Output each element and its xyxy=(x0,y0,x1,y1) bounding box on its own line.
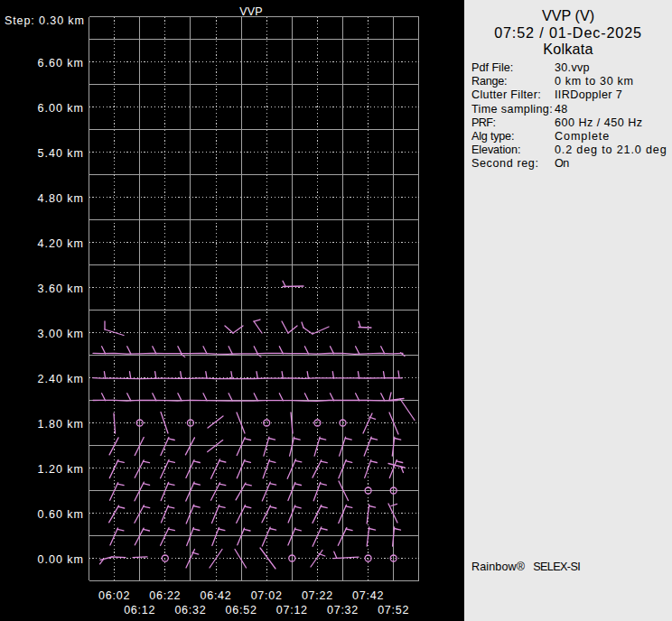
svg-text:06:02: 06:02 xyxy=(98,589,130,602)
svg-text:4.80 km: 4.80 km xyxy=(38,192,84,205)
svg-text:6.00 km: 6.00 km xyxy=(38,102,84,115)
svg-text:06:12: 06:12 xyxy=(124,604,155,616)
svg-text:3.00 km: 3.00 km xyxy=(38,328,84,340)
svg-text:06:32: 06:32 xyxy=(174,604,206,616)
svg-text:1.80 km: 1.80 km xyxy=(38,418,84,431)
svg-text:0.00 km: 0.00 km xyxy=(38,553,84,566)
svg-text:06:52: 06:52 xyxy=(226,604,257,616)
svg-text:VVP: VVP xyxy=(239,5,262,18)
svg-text:07:22: 07:22 xyxy=(302,589,333,602)
svg-text:07:02: 07:02 xyxy=(251,589,283,602)
svg-text:3.60 km: 3.60 km xyxy=(38,283,84,295)
svg-text:2.40 km: 2.40 km xyxy=(38,373,84,385)
svg-text:07:12: 07:12 xyxy=(276,604,308,616)
svg-text:06:42: 06:42 xyxy=(200,589,231,602)
svg-text:4.20 km: 4.20 km xyxy=(38,237,84,250)
svg-text:07:32: 07:32 xyxy=(327,604,359,616)
svg-text:0.60 km: 0.60 km xyxy=(38,508,84,521)
svg-text:1.20 km: 1.20 km xyxy=(38,463,84,476)
svg-text:06:22: 06:22 xyxy=(149,589,181,602)
svg-text:07:42: 07:42 xyxy=(352,589,384,602)
svg-text:Step: 0.30 km: Step: 0.30 km xyxy=(5,14,85,27)
svg-text:5.40 km: 5.40 km xyxy=(38,147,84,160)
svg-text:07:52: 07:52 xyxy=(378,604,409,616)
svg-text:6.60 km: 6.60 km xyxy=(38,57,84,70)
